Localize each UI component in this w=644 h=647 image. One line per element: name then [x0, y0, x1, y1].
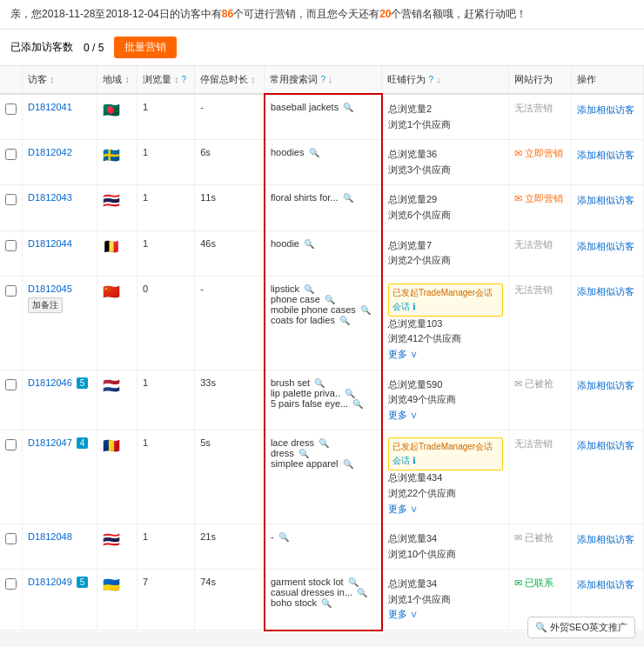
row-checkbox[interactable] — [5, 578, 17, 590]
search-term: lipstick 🔍 — [271, 283, 376, 294]
wangpu-more[interactable]: 更多 ∨ — [388, 502, 503, 517]
search-icon: 🔍 — [348, 577, 359, 587]
views-cell: 1 — [137, 430, 194, 524]
table-row: D1812043🇹🇭111sfloral shirts for... 🔍总浏览量… — [0, 185, 644, 230]
banner-highlight2: 20 — [379, 8, 391, 20]
flag-cell: 🇹🇭 — [97, 185, 138, 230]
duration-cell: 74s — [195, 570, 265, 630]
flag-cell: 🇺🇦 — [97, 570, 138, 630]
search-icon: 🔍 — [343, 459, 353, 469]
visitor-badge: 5 — [77, 577, 89, 588]
add-similar-visitor-button[interactable]: 添加相似访客 — [577, 533, 634, 546]
table-container: 访客 ↕ 地域 ↕ 浏览量 ↕ ? 停留总时长 ↕ 常用搜索词 ? ↓ 旺铺行为… — [0, 66, 644, 631]
wangpu-cell: 已发起TradeManager会话会话 ℹ总浏览量434浏览22个供应商更多 ∨ — [382, 430, 508, 524]
search-term: floral shirts for... 🔍 — [271, 192, 376, 203]
col-region[interactable]: 地域 ↕ — [97, 66, 138, 94]
row-checkbox[interactable] — [5, 149, 17, 160]
row-checkbox[interactable] — [5, 533, 17, 544]
views-cell: 0 — [137, 276, 194, 370]
wangpu-more[interactable]: 更多 ∨ — [388, 408, 503, 424]
visitor-id-cell: D1812046 5 — [23, 370, 97, 430]
info-icon: 会话 ℹ — [392, 456, 416, 465]
add-similar-visitor-button[interactable]: 添加相似访客 — [577, 103, 634, 117]
add-similar-visitor-button[interactable]: 添加相似访客 — [577, 285, 634, 298]
visitor-id-cell: D1812047 4 — [23, 430, 97, 524]
search-icon: 🔍 — [343, 103, 353, 112]
country-flag: 🇹🇭 — [103, 532, 120, 547]
col-views[interactable]: 浏览量 ↕ ? — [137, 66, 194, 94]
site-action-cell: 无法营销 — [508, 276, 571, 370]
table-row: D1812044🇧🇪146shoodie 🔍总浏览量7浏览2个供应商无法营销添加… — [0, 230, 644, 276]
search-term: - 🔍 — [271, 531, 376, 542]
row-checkbox[interactable] — [5, 194, 17, 205]
action-cell: 添加相似访客 — [572, 524, 644, 570]
visitor-id[interactable]: D1812046 — [28, 377, 72, 388]
visitor-id[interactable]: D1812043 — [28, 192, 72, 203]
wangpu-cell: 总浏览量590浏览49个供应商更多 ∨ — [382, 370, 508, 430]
add-similar-visitor-button[interactable]: 添加相似访客 — [577, 439, 634, 452]
search-icon: 🔍 — [325, 295, 335, 304]
search-cell: baseball jackets 🔍 — [265, 94, 382, 140]
table-row: D1812042🇸🇪16shoodies 🔍总浏览量36浏览3个供应商✉ 立即营… — [0, 140, 644, 185]
wangpu-cell: 总浏览量34浏览10个供应商 — [382, 524, 508, 570]
visitor-id[interactable]: D1812047 — [28, 437, 72, 448]
visitor-id[interactable]: D1812049 — [28, 577, 72, 587]
add-similar-visitor-button[interactable]: 添加相似访客 — [577, 578, 634, 591]
row-checkbox[interactable] — [5, 285, 17, 297]
tm-tag: 已发起TradeManager会话会话 ℹ — [388, 283, 503, 317]
visitor-id[interactable]: D1812045 — [28, 283, 72, 294]
visitor-badge: 5 — [77, 377, 89, 389]
site-action-cell: ✉ 立即营销 — [508, 140, 571, 185]
logo-icon: 🔍 — [535, 622, 547, 631]
row-checkbox[interactable] — [5, 379, 17, 390]
row-checkbox[interactable] — [5, 240, 17, 251]
visitor-id[interactable]: D1812041 — [28, 102, 72, 112]
site-action-cell: ✉ 已被抢 — [508, 370, 571, 430]
note-button[interactable]: 加备注 — [28, 297, 63, 313]
action-cell: 添加相似访客 — [572, 94, 644, 140]
col-duration[interactable]: 停留总时长 ↕ — [195, 66, 265, 94]
visitor-id-cell: D1812041 — [23, 94, 97, 140]
col-wangpu[interactable]: 旺铺行为 ? ↓ — [382, 66, 508, 94]
row-checkbox[interactable] — [5, 103, 17, 115]
add-similar-visitor-button[interactable]: 添加相似访客 — [577, 194, 634, 207]
add-similar-visitor-button[interactable]: 添加相似访客 — [577, 149, 634, 162]
views-cell: 1 — [137, 370, 194, 430]
add-similar-visitor-button[interactable]: 添加相似访客 — [577, 379, 634, 392]
row-checkbox[interactable] — [5, 439, 17, 450]
col-search[interactable]: 常用搜索词 ? ↓ — [265, 66, 382, 94]
wangpu-supplier: 浏览1个供应商 — [388, 592, 503, 608]
info-icon: 会话 ℹ — [392, 302, 416, 311]
col-checkbox — [0, 66, 23, 94]
wangpu-more[interactable]: 更多 ∨ — [388, 607, 503, 623]
wangpu-cell: 总浏览量34浏览1个供应商更多 ∨ — [382, 570, 508, 630]
wangpu-supplier: 浏览2个供应商 — [388, 253, 503, 269]
col-visitor[interactable]: 访客 ↕ — [23, 66, 97, 94]
duration-cell: 11s — [195, 185, 265, 230]
duration-cell: 33s — [195, 370, 265, 430]
wangpu-total: 总浏览量36 — [388, 147, 503, 163]
wangpu-more[interactable]: 更多 ∨ — [388, 347, 503, 363]
visitor-id-cell: D1812043 — [23, 185, 97, 230]
banner-highlight1: 86 — [222, 8, 233, 20]
add-similar-visitor-button[interactable]: 添加相似访客 — [577, 240, 634, 253]
search-cell: hoodies 🔍 — [265, 140, 382, 185]
visitor-id[interactable]: D1812042 — [28, 147, 72, 157]
site-action-cell: 无法营销 — [508, 430, 571, 524]
search-icon: 🔍 — [339, 316, 350, 325]
country-flag: 🇷🇴 — [103, 438, 120, 453]
logo-text: 外贸SEO英文推广 — [550, 622, 627, 631]
table-row: D1812041🇧🇩1-baseball jackets 🔍总浏览量2浏览1个供… — [0, 94, 644, 140]
visitor-id[interactable]: D1812044 — [28, 238, 72, 249]
search-icon: 🔍 — [357, 588, 367, 597]
banner-text-mid2: 个营销名额哦，赶紧行动吧！ — [391, 8, 527, 20]
visitor-id[interactable]: D1812048 — [28, 531, 72, 542]
search-cell: brush set 🔍lip palette priva.. 🔍5 pairs … — [265, 370, 382, 430]
search-term: boho stock 🔍 — [271, 597, 376, 608]
wangpu-cell: 总浏览量7浏览2个供应商 — [382, 230, 508, 276]
duration-cell: 46s — [195, 230, 265, 276]
wangpu-total: 总浏览量34 — [388, 531, 503, 547]
action-cell: 添加相似访客 — [572, 140, 644, 185]
site-action-item: ✉ 立即营销 — [514, 147, 566, 160]
batch-sell-button[interactable]: 批量营销 — [114, 37, 177, 58]
